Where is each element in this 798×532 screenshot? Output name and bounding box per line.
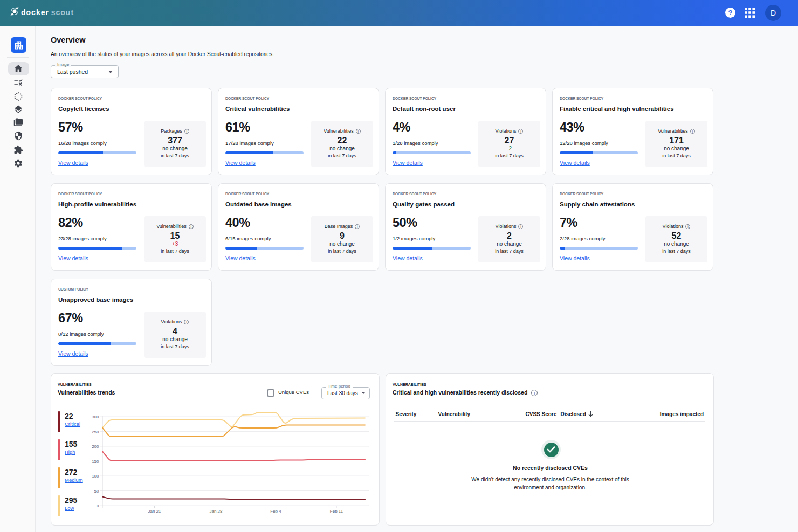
svg-text:100: 100 — [92, 474, 99, 479]
svg-text:200: 200 — [92, 444, 99, 449]
svg-text:50: 50 — [94, 489, 99, 494]
svg-text:Jan 28: Jan 28 — [209, 509, 223, 514]
svg-text:0: 0 — [97, 503, 99, 508]
svg-text:150: 150 — [92, 459, 99, 464]
svg-text:Feb 11: Feb 11 — [330, 509, 343, 514]
svg-text:300: 300 — [92, 414, 99, 419]
svg-text:Feb 4: Feb 4 — [270, 509, 281, 514]
svg-text:Jan 21: Jan 21 — [148, 509, 161, 514]
svg-text:250: 250 — [92, 430, 99, 434]
